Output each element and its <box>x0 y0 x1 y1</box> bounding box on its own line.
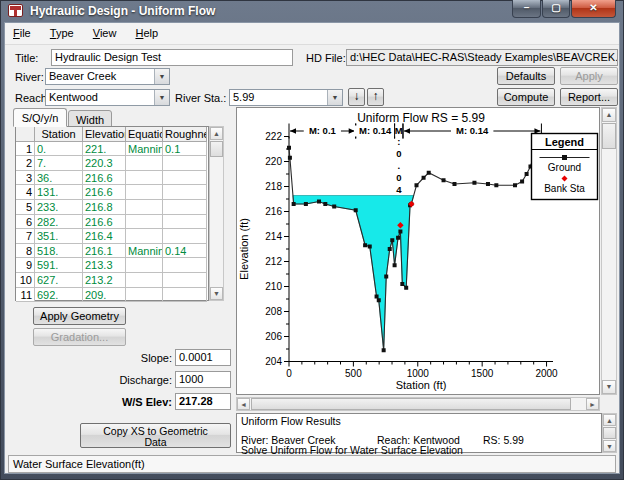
table-cell[interactable]: Manning <box>126 142 163 157</box>
table-cell[interactable]: 0. <box>35 142 83 157</box>
table-cell[interactable]: 220.3 <box>83 156 126 171</box>
table-cell[interactable] <box>163 215 207 230</box>
results-rs: RS: 5.99 <box>483 435 524 446</box>
table-cell[interactable]: 213.2 <box>83 273 126 288</box>
table-cell[interactable]: 518. <box>35 244 83 259</box>
table-cell[interactable] <box>126 273 163 288</box>
chart-horizontal-scrollbar[interactable]: ◄ ► <box>236 397 600 411</box>
chevron-down-icon[interactable]: ▼ <box>154 90 169 105</box>
scrollbar-thumb[interactable] <box>210 141 223 157</box>
results-line1: Uniform Flow Results <box>241 416 597 427</box>
report-button[interactable]: Report... <box>560 88 618 106</box>
svg-text:204: 204 <box>265 356 282 367</box>
discharge-input[interactable]: 1000 <box>175 371 231 388</box>
table-cell[interactable] <box>163 200 207 215</box>
table-cell[interactable] <box>126 156 163 171</box>
menu-view[interactable]: View <box>85 23 125 42</box>
table-scrollbar[interactable]: ▲ ▼ <box>209 126 224 301</box>
table-cell[interactable]: 233. <box>35 200 83 215</box>
table-row: 10.221.Manning0.1 <box>16 142 208 157</box>
maximize-button-icon[interactable]: ▢ <box>542 0 570 18</box>
defaults-button[interactable]: Defaults <box>497 67 555 85</box>
table-cell[interactable] <box>126 185 163 200</box>
table-cell[interactable] <box>126 200 163 215</box>
svg-text:220: 220 <box>265 156 282 167</box>
minimize-button-icon[interactable]: – <box>512 0 541 18</box>
tab-sqyn[interactable]: S/Q/y/n <box>13 108 67 127</box>
next-downstream-button-icon[interactable]: ↓ <box>348 88 365 106</box>
table-cell[interactable] <box>163 171 207 186</box>
close-button-icon[interactable]: ✕ <box>571 0 616 18</box>
table-cell[interactable]: 216.4 <box>83 229 126 244</box>
table-cell[interactable] <box>126 171 163 186</box>
table-cell[interactable]: 216.8 <box>83 200 126 215</box>
scroll-up-icon[interactable]: ▲ <box>210 127 223 140</box>
chevron-down-icon[interactable]: ▼ <box>327 90 342 105</box>
apply-geometry-button[interactable]: Apply Geometry <box>33 307 126 325</box>
compute-button[interactable]: Compute <box>497 88 555 106</box>
results-scrollbar[interactable]: ▲ ▼ <box>602 413 617 453</box>
y-axis-label: Elevation (ft) <box>238 218 250 280</box>
river-combobox[interactable]: Beaver Creek ▼ <box>45 68 170 85</box>
scroll-down-icon[interactable]: ▼ <box>210 287 223 300</box>
table-cell[interactable]: 221. <box>83 142 126 157</box>
scroll-right-icon[interactable]: ► <box>586 398 599 410</box>
scroll-down-icon[interactable]: ▼ <box>602 380 616 394</box>
table-cell[interactable]: Manning <box>126 244 163 259</box>
svg-text:218: 218 <box>265 181 282 192</box>
table-cell[interactable]: 0.1 <box>163 142 207 157</box>
table-cell[interactable] <box>126 258 163 273</box>
copy-xs-button[interactable]: Copy XS to Geometric Data <box>80 423 231 448</box>
table-cell[interactable]: 351. <box>35 229 83 244</box>
title-input[interactable]: Hydraulic Design Test <box>51 49 293 66</box>
tab-width[interactable]: Width <box>68 110 112 127</box>
scroll-up-icon[interactable]: ▲ <box>602 108 616 122</box>
table-cell[interactable] <box>163 156 207 171</box>
scroll-up-icon[interactable]: ▲ <box>603 414 616 426</box>
table-cell[interactable]: 7. <box>35 156 83 171</box>
table-cell[interactable]: 627. <box>35 273 83 288</box>
river-sta-combobox[interactable]: 5.99 ▼ <box>229 89 343 106</box>
slope-input[interactable]: 0.0001 <box>175 349 231 366</box>
table-cell[interactable]: 591. <box>35 258 83 273</box>
table-cell[interactable]: 36. <box>35 171 83 186</box>
scrollbar-thumb[interactable] <box>602 123 616 149</box>
svg-text:500: 500 <box>345 368 362 379</box>
svg-text:208: 208 <box>265 306 282 317</box>
table-cell[interactable] <box>163 288 207 303</box>
table-cell[interactable] <box>126 229 163 244</box>
table-cell[interactable]: 692. <box>35 288 83 303</box>
menu-help[interactable]: Help <box>127 23 166 42</box>
ws-elev-input[interactable]: 217.28 <box>175 393 231 410</box>
table-cell[interactable] <box>126 215 163 230</box>
table-cell[interactable]: 213.3 <box>83 258 126 273</box>
table-cell[interactable]: 216.1 <box>83 244 126 259</box>
svg-text:M: 0.14: M: 0.14 <box>456 125 489 136</box>
table-cell[interactable]: 282. <box>35 215 83 230</box>
chevron-down-icon[interactable]: ▼ <box>154 69 169 84</box>
menu-type[interactable]: Type <box>42 23 82 42</box>
table-cell[interactable] <box>163 185 207 200</box>
scroll-down-icon[interactable]: ▼ <box>603 440 616 452</box>
title-bar[interactable]: Hydraulic Design - Uniform Flow – ▢ ✕ <box>0 0 624 22</box>
reach-combobox[interactable]: Kentwood ▼ <box>45 89 170 106</box>
table-cell[interactable]: 216.6 <box>83 215 126 230</box>
table-cell[interactable]: 131. <box>35 185 83 200</box>
table-cell[interactable] <box>126 288 163 303</box>
next-upstream-button-icon[interactable]: ↑ <box>367 88 384 106</box>
table-cell[interactable] <box>163 273 207 288</box>
table-cell[interactable]: 0.14 <box>163 244 207 259</box>
table-cell[interactable]: 209. <box>83 288 126 303</box>
scrollbar-thumb[interactable] <box>603 427 616 439</box>
menu-file[interactable]: File <box>5 23 39 42</box>
scrollbar-thumb[interactable] <box>251 398 571 410</box>
svg-text:Legend: Legend <box>545 136 584 148</box>
scroll-left-icon[interactable]: ◄ <box>237 398 250 410</box>
river-value: Beaver Creek <box>49 70 152 82</box>
chart-vertical-scrollbar[interactable]: ▲ ▼ <box>601 107 617 395</box>
table-cell[interactable]: 216.6 <box>83 185 126 200</box>
table-cell[interactable]: 216.6 <box>83 171 126 186</box>
table-cell[interactable] <box>163 229 207 244</box>
table-cell[interactable] <box>163 258 207 273</box>
table-row: 27.220.3 <box>16 156 208 171</box>
